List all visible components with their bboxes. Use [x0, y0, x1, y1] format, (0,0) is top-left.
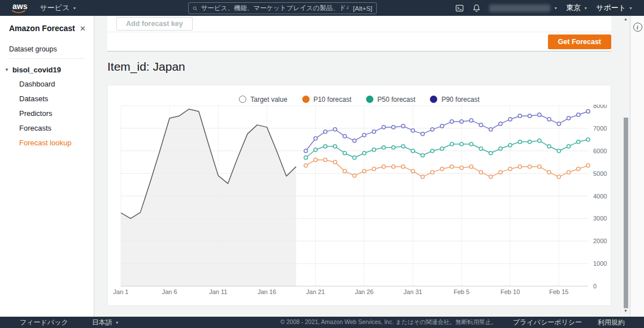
cloudshell-icon[interactable] [455, 4, 464, 12]
legend-label: P10 forecast [314, 96, 351, 103]
svg-text:4000: 4000 [593, 193, 607, 200]
privacy-policy-link[interactable]: プライバシーポリシー [513, 318, 582, 327]
aws-logo-text: aws [12, 2, 27, 11]
p50-swatch-icon [366, 96, 373, 103]
forecast-chart: Jan 1Jan 6Jan 11Jan 16Jan 21Jan 26Jan 31… [108, 105, 611, 302]
help-panel-collapsed: i [630, 16, 644, 317]
target-value-swatch-icon [239, 96, 246, 103]
side-navigation: Amazon Forecast ✕ Dataset groups ▼ bisol… [0, 16, 94, 317]
legend-label: P90 forecast [441, 96, 479, 103]
support-label: サポート [596, 3, 626, 13]
region-menu[interactable]: 東京 ▼ [566, 3, 588, 13]
page-title: Item_id: Japan [107, 60, 621, 74]
svg-text:6000: 6000 [593, 148, 607, 154]
aws-smile-icon [12, 10, 25, 14]
get-forecast-button[interactable]: Get Forecast [548, 34, 611, 49]
close-icon[interactable]: ✕ [80, 24, 86, 33]
sidebar-item-predictors[interactable]: Predictors [0, 106, 94, 120]
svg-text:Feb 5: Feb 5 [454, 288, 469, 295]
sidebar-link-dataset-groups[interactable]: Dataset groups [0, 40, 94, 58]
chart-legend: Target value P10 forecast P50 forecast P… [108, 85, 611, 105]
svg-text:Jan 1: Jan 1 [114, 288, 129, 295]
scrollbar-thumb[interactable] [624, 118, 628, 308]
feedback-link[interactable]: フィードバック [20, 318, 68, 327]
svg-text:Jan 31: Jan 31 [403, 288, 422, 295]
console-footer: フィードバック 日本語 ▼ © 2008 - 2021, Amazon Web … [0, 317, 644, 328]
svg-text:Jan 6: Jan 6 [162, 288, 177, 295]
legend-item-p90-forecast: P90 forecast [430, 96, 479, 103]
services-menu[interactable]: サービス ▼ [40, 3, 76, 13]
svg-text:7000: 7000 [593, 125, 607, 132]
chevron-down-icon: ▼ [629, 6, 633, 10]
sidebar-group-label: bisol_covid19 [12, 66, 61, 74]
svg-text:5000: 5000 [593, 170, 607, 177]
aws-logo[interactable]: aws [11, 2, 29, 14]
forecast-chart-card: Target value P10 forecast P50 forecast P… [107, 85, 611, 306]
scroll-down-arrow-icon[interactable]: ▼ [621, 309, 630, 313]
legend-label: P50 forecast [377, 96, 415, 103]
forecast-lookup-form-card: Add forecast key Get Forecast [107, 16, 611, 51]
support-menu[interactable]: サポート ▼ [596, 3, 633, 13]
p10-swatch-icon [302, 96, 310, 103]
legend-item-target-value: Target value [239, 96, 287, 103]
chevron-down-icon: ▼ [72, 6, 76, 10]
scroll-up-arrow-icon[interactable]: ▲ [621, 17, 630, 21]
search-icon [193, 5, 198, 12]
account-name-redacted [489, 5, 550, 12]
sidebar-group-bisol-covid19[interactable]: ▼ bisol_covid19 [0, 59, 94, 76]
sidebar-item-datasets[interactable]: Datasets [0, 91, 94, 106]
svg-text:Jan 26: Jan 26 [355, 288, 373, 295]
sidebar-item-forecasts[interactable]: Forecasts [0, 120, 94, 135]
legend-item-p10-forecast: P10 forecast [302, 96, 351, 103]
vertical-scrollbar[interactable]: ▲ ▼ [621, 16, 630, 317]
top-navigation-bar: aws サービス ▼ サービス、機能、マーケットプレイスの製品、ドキュメントを検… [0, 0, 644, 16]
svg-text:2000: 2000 [593, 238, 607, 244]
svg-text:Jan 21: Jan 21 [306, 288, 325, 295]
notifications-bell-icon[interactable] [472, 4, 481, 12]
search-shortcut-hint: [Alt+S] [353, 5, 372, 12]
language-label: 日本語 [92, 318, 112, 327]
account-menu[interactable]: ▼ [489, 5, 558, 12]
svg-text:Jan 16: Jan 16 [258, 288, 276, 295]
terms-of-use-link[interactable]: 利用規約 [598, 318, 625, 327]
search-placeholder: サービス、機能、マーケットプレイスの製品、ドキュメントを検索し [201, 4, 349, 12]
sidebar-item-dashboard[interactable]: Dashboard [0, 76, 94, 91]
svg-text:3000: 3000 [593, 215, 607, 222]
svg-text:0: 0 [593, 283, 597, 290]
svg-text:8000: 8000 [593, 105, 607, 109]
legend-item-p50-forecast: P50 forecast [366, 96, 415, 103]
info-icon[interactable]: i [633, 23, 642, 32]
chevron-down-icon: ▼ [554, 6, 558, 10]
chevron-down-icon: ▼ [115, 321, 119, 325]
services-menu-label: サービス [40, 3, 69, 13]
legend-label: Target value [250, 96, 287, 103]
sidebar-title: Amazon Forecast [9, 24, 75, 33]
main-content: Add forecast key Get Forecast Item_id: J… [94, 16, 621, 317]
svg-text:Feb 15: Feb 15 [549, 288, 568, 295]
svg-text:Jan 11: Jan 11 [209, 288, 227, 295]
search-input[interactable]: サービス、機能、マーケットプレイスの製品、ドキュメントを検索し [Alt+S] [188, 2, 377, 14]
chevron-down-icon: ▼ [584, 6, 588, 10]
language-menu[interactable]: 日本語 ▼ [92, 318, 119, 327]
svg-text:1000: 1000 [593, 260, 607, 267]
chevron-down-icon: ▼ [5, 68, 9, 72]
copyright-text: © 2008 - 2021, Amazon Web Services, Inc.… [280, 318, 497, 326]
svg-text:Feb 10: Feb 10 [501, 288, 520, 295]
sidebar-item-forecast-lookup[interactable]: Forecast lookup [0, 135, 94, 150]
p90-swatch-icon [430, 96, 437, 103]
region-label: 東京 [566, 3, 581, 13]
add-forecast-key-button[interactable]: Add forecast key [116, 17, 193, 31]
